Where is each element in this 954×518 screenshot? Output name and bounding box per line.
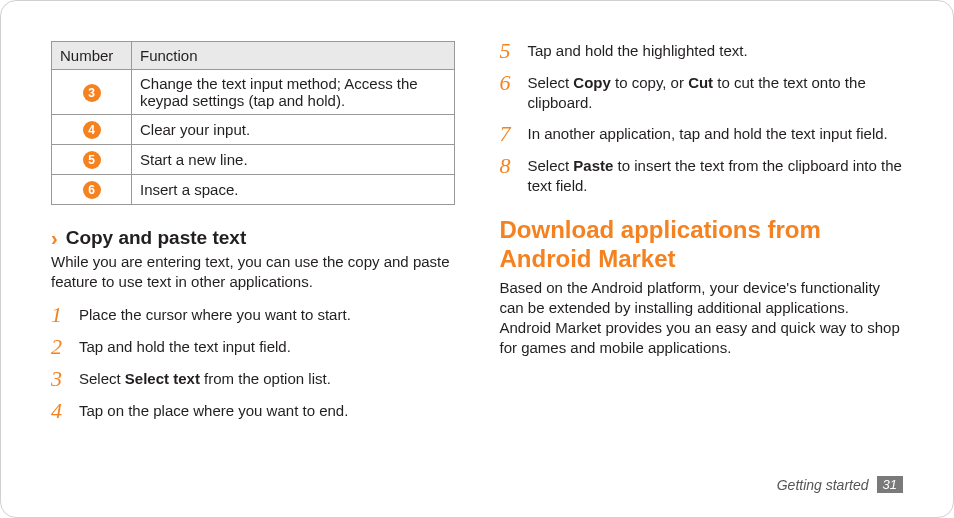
- step-number: 8: [500, 155, 518, 177]
- numbered-badge: 4: [83, 121, 101, 139]
- table-cell-number: 4: [52, 115, 132, 145]
- step-number: 6: [500, 72, 518, 94]
- numbered-badge: 3: [83, 84, 101, 102]
- step-item: 5 Tap and hold the highlighted text.: [500, 41, 904, 63]
- numbered-badge: 6: [83, 181, 101, 199]
- step-item: 6 Select Copy to copy, or Cut to cut the…: [500, 73, 904, 114]
- table-row: 6 Insert a space.: [52, 175, 455, 205]
- step-number: 3: [51, 368, 69, 390]
- step-text: Select Copy to copy, or Cut to cut the t…: [528, 73, 904, 114]
- step-number: 5: [500, 40, 518, 62]
- table-cell-function: Start a new line.: [132, 145, 455, 175]
- left-column: Number Function 3 Change the text input …: [51, 41, 455, 461]
- page-number: 31: [877, 476, 903, 493]
- step-text: Tap and hold the highlighted text.: [528, 41, 904, 61]
- step-number: 7: [500, 123, 518, 145]
- step-text: Tap and hold the text input field.: [79, 337, 455, 357]
- table-row: 4 Clear your input.: [52, 115, 455, 145]
- step-number: 2: [51, 336, 69, 358]
- step-item: 4 Tap on the place where you want to end…: [51, 401, 455, 423]
- chevron-right-icon: ›: [51, 228, 58, 248]
- table-header-row: Number Function: [52, 42, 455, 70]
- table-cell-number: 5: [52, 145, 132, 175]
- right-column: 5 Tap and hold the highlighted text. 6 S…: [500, 41, 904, 461]
- subsection-title: Copy and paste text: [66, 227, 247, 249]
- subsection-heading: › Copy and paste text: [51, 227, 455, 249]
- page-footer: Getting started 31: [777, 476, 903, 493]
- chapter-name: Getting started: [777, 477, 869, 493]
- step-item: 7 In another application, tap and hold t…: [500, 124, 904, 146]
- step-text: In another application, tap and hold the…: [528, 124, 904, 144]
- table-cell-number: 6: [52, 175, 132, 205]
- step-text: Place the cursor where you want to start…: [79, 305, 455, 325]
- table-cell-function: Change the text input method; Access the…: [132, 70, 455, 115]
- step-item: 1 Place the cursor where you want to sta…: [51, 305, 455, 327]
- step-number: 1: [51, 304, 69, 326]
- step-number: 4: [51, 400, 69, 422]
- section-paragraph: Based on the Android platform, your devi…: [500, 278, 904, 359]
- step-item: 3 Select Select text from the option lis…: [51, 369, 455, 391]
- step-item: 2 Tap and hold the text input field.: [51, 337, 455, 359]
- table-cell-number: 3: [52, 70, 132, 115]
- table-cell-function: Insert a space.: [132, 175, 455, 205]
- table-row: 5 Start a new line.: [52, 145, 455, 175]
- function-table: Number Function 3 Change the text input …: [51, 41, 455, 205]
- step-text: Tap on the place where you want to end.: [79, 401, 455, 421]
- steps-left: 1 Place the cursor where you want to sta…: [51, 305, 455, 423]
- step-item: 8 Select Paste to insert the text from t…: [500, 156, 904, 197]
- table-header-function: Function: [132, 42, 455, 70]
- step-text: Select Paste to insert the text from the…: [528, 156, 904, 197]
- table-cell-function: Clear your input.: [132, 115, 455, 145]
- section-heading: Download applications from Android Marke…: [500, 216, 904, 274]
- table-row: 3 Change the text input method; Access t…: [52, 70, 455, 115]
- subsection-paragraph: While you are entering text, you can use…: [51, 252, 455, 293]
- table-header-number: Number: [52, 42, 132, 70]
- steps-right: 5 Tap and hold the highlighted text. 6 S…: [500, 41, 904, 196]
- numbered-badge: 5: [83, 151, 101, 169]
- step-text: Select Select text from the option list.: [79, 369, 455, 389]
- two-column-layout: Number Function 3 Change the text input …: [51, 41, 903, 461]
